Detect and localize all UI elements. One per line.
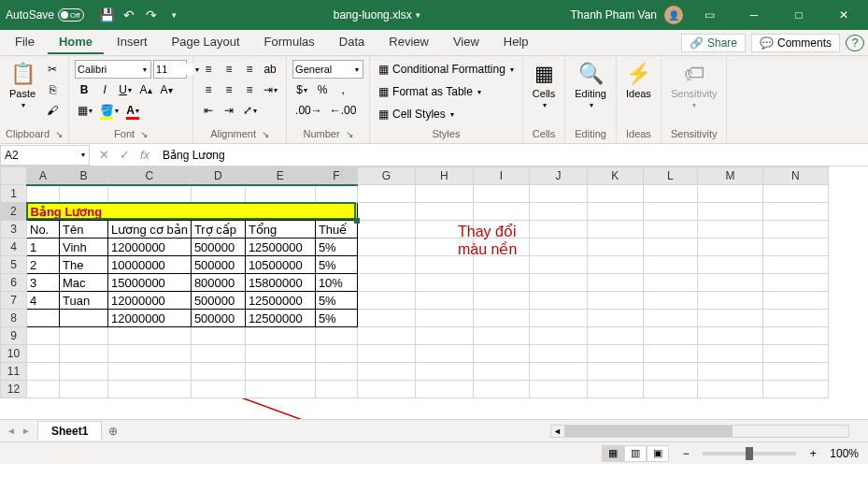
cell[interactable] (108, 327, 192, 345)
cell[interactable]: No. (27, 221, 60, 238)
cell[interactable] (473, 310, 529, 327)
save-icon[interactable]: 💾 (97, 6, 116, 24)
cell[interactable] (587, 238, 643, 256)
add-sheet-button[interactable]: ⊕ (102, 425, 124, 438)
help-icon[interactable]: ? (846, 35, 864, 51)
cell[interactable] (587, 327, 643, 345)
cell[interactable] (762, 203, 828, 221)
cell[interactable]: 3 (27, 274, 60, 292)
col-header[interactable]: H (415, 167, 473, 185)
row-header[interactable]: 9 (1, 327, 27, 345)
cell[interactable] (529, 363, 587, 381)
formula-input[interactable] (159, 145, 868, 166)
cell[interactable] (415, 203, 473, 221)
cell[interactable] (415, 221, 473, 238)
cell[interactable] (245, 185, 315, 203)
cell[interactable] (60, 381, 108, 398)
cell[interactable] (415, 238, 473, 256)
row-header[interactable]: 4 (1, 238, 27, 256)
tab-home[interactable]: Home (48, 31, 104, 54)
underline-button[interactable]: U▾ (116, 80, 135, 99)
tab-formulas[interactable]: Formulas (253, 31, 326, 54)
conditional-formatting-button[interactable]: ▦ Conditional Formatting▾ (376, 60, 517, 79)
cell[interactable] (357, 221, 415, 238)
cell[interactable] (643, 327, 697, 345)
cell[interactable] (643, 203, 697, 221)
cell[interactable]: The (60, 256, 108, 274)
cell[interactable] (529, 310, 587, 327)
cell[interactable] (27, 327, 60, 345)
row-header[interactable]: 11 (1, 363, 27, 381)
close-icon[interactable]: ✕ (825, 0, 862, 30)
row-header[interactable]: 2 (1, 203, 27, 221)
avatar[interactable]: 👤 (664, 6, 683, 24)
decrease-decimal-icon[interactable]: ←.00 (327, 101, 360, 120)
cell[interactable] (315, 327, 357, 345)
row-header[interactable]: 8 (1, 310, 27, 327)
cell[interactable] (357, 185, 415, 203)
cell[interactable]: 5% (315, 238, 357, 256)
cell[interactable] (697, 238, 762, 256)
cell[interactable] (762, 274, 828, 292)
cell[interactable] (315, 381, 357, 398)
cell[interactable]: 15800000 (245, 274, 315, 292)
alignment-launcher[interactable]: ↘ (262, 129, 269, 139)
cell[interactable]: 4 (27, 292, 60, 310)
cell[interactable] (529, 221, 587, 238)
cell[interactable]: 12000000 (108, 238, 192, 256)
enter-formula-icon[interactable]: ✓ (114, 145, 135, 166)
cell[interactable] (27, 363, 60, 381)
number-format-combo[interactable]: General▾ (292, 60, 363, 79)
fill-color-button[interactable]: 🪣▾ (97, 101, 121, 120)
font-size-combo[interactable]: ▾ (153, 60, 187, 79)
cell[interactable] (357, 327, 415, 345)
comments-button[interactable]: 💬 Comments (751, 34, 840, 52)
col-header[interactable]: N (762, 167, 828, 185)
cell[interactable] (245, 327, 315, 345)
cell[interactable] (529, 292, 587, 310)
cell[interactable] (762, 292, 828, 310)
tab-review[interactable]: Review (377, 31, 440, 54)
cell[interactable] (60, 327, 108, 345)
cell[interactable] (191, 327, 245, 345)
cell[interactable] (643, 292, 697, 310)
cell[interactable] (587, 363, 643, 381)
row-header[interactable]: 12 (1, 381, 27, 398)
cell[interactable] (529, 185, 587, 203)
sensitivity-button[interactable]: 🏷Sensitivity▾ (667, 60, 721, 111)
col-header[interactable]: F (315, 167, 357, 185)
cell[interactable] (473, 363, 529, 381)
cell[interactable] (245, 363, 315, 381)
horizontal-scrollbar[interactable]: ◄ (124, 425, 868, 438)
cell[interactable] (529, 238, 587, 256)
select-all-corner[interactable] (1, 167, 27, 185)
borders-button[interactable]: ▦▾ (75, 101, 95, 120)
cell[interactable] (473, 185, 529, 203)
merge-center-icon[interactable]: ⇥▾ (261, 80, 280, 99)
name-box[interactable]: A2▾ (0, 145, 90, 166)
cell[interactable]: 10% (315, 274, 357, 292)
cell[interactable] (643, 310, 697, 327)
grow-font-button[interactable]: A▴ (136, 80, 155, 99)
tab-help[interactable]: Help (492, 31, 540, 54)
tab-insert[interactable]: Insert (106, 31, 159, 54)
cell[interactable] (245, 381, 315, 398)
shrink-font-button[interactable]: A▾ (157, 80, 176, 99)
row-header[interactable]: 1 (1, 185, 27, 203)
row-header[interactable]: 7 (1, 292, 27, 310)
col-header[interactable]: E (245, 167, 315, 185)
cell[interactable] (473, 381, 529, 398)
cell[interactable]: 10000000 (108, 256, 192, 274)
maximize-icon[interactable]: □ (780, 0, 818, 30)
sheet-tab[interactable]: Sheet1 (37, 421, 102, 441)
cell[interactable] (587, 345, 643, 363)
tab-page-layout[interactable]: Page Layout (161, 31, 251, 54)
cell[interactable] (697, 345, 762, 363)
cell[interactable]: 12500000 (245, 310, 315, 327)
tab-data[interactable]: Data (328, 31, 376, 54)
cell[interactable]: 500000 (191, 238, 245, 256)
copy-icon[interactable]: ⎘ (43, 80, 62, 99)
autosave-toggle[interactable]: AutoSave Off (6, 8, 84, 22)
cell[interactable] (697, 310, 762, 327)
cell[interactable]: 12000000 (108, 310, 192, 327)
